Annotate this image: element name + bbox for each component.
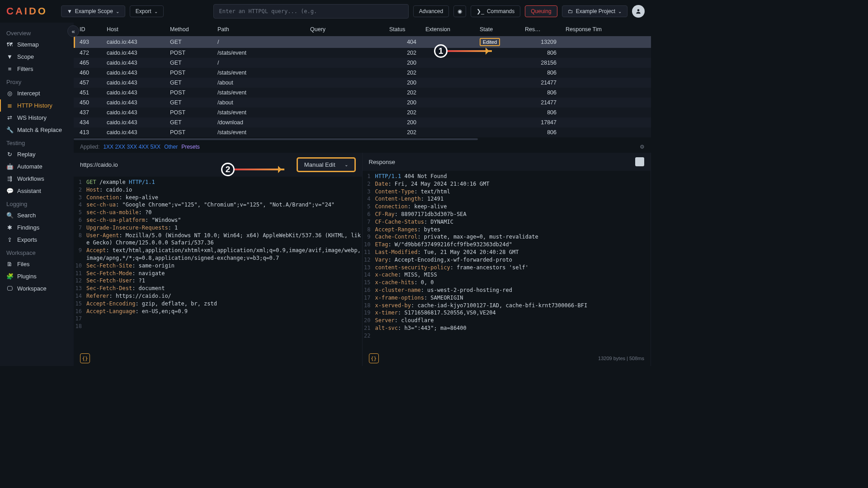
cell (306, 117, 385, 127)
commands-button[interactable]: ❯_ Commands (471, 5, 520, 17)
table-row[interactable]: 460caido.io:443POST/stats/event202806 (74, 68, 651, 78)
sidebar-item-intercept[interactable]: ◎Intercept (0, 87, 74, 99)
json-toggle[interactable]: {} (80, 353, 90, 363)
column-header[interactable]: State (475, 23, 520, 36)
sidebar-item-exports[interactable]: ⇪Exports (0, 234, 74, 246)
cell (306, 58, 385, 68)
filter-presets[interactable]: Presets (181, 144, 200, 150)
table-row[interactable]: 457caido.io:443GET/about20021477 (74, 78, 651, 88)
cell (306, 68, 385, 78)
sidebar-item-search[interactable]: 🔍Search (0, 209, 74, 221)
browser-button[interactable]: ◉ (453, 5, 466, 17)
line-text: Date: Fri, 24 May 2024 21:40:16 GMT (375, 180, 490, 188)
horizontal-scrollbar[interactable] (74, 137, 651, 141)
line-text: HTTP/1.1 404 Not Found (375, 173, 447, 180)
sidebar-item-http-history[interactable]: ≣HTTP History (0, 99, 74, 112)
sidebar-item-scope[interactable]: ▼Scope (0, 51, 74, 63)
queuing-button[interactable]: Queuing (525, 5, 557, 17)
code-line: 16Accept-Language: en-US,en;q=0.9 (74, 308, 362, 315)
sidebar-item-label: Filters (17, 66, 33, 72)
sidebar-item-workspace[interactable]: 🖵Workspace (0, 282, 74, 295)
filter-code-5XX[interactable]: 5XX (150, 144, 160, 150)
filter-code-3XX[interactable]: 3XX (127, 144, 138, 150)
column-header[interactable]: Res… (520, 23, 561, 36)
table-row[interactable]: 451caido.io:443POST/stats/event202806 (74, 88, 651, 98)
cell (561, 108, 651, 117)
code-line: 18x-served-by: cache-iad-kjyo7100127-IAD… (363, 302, 651, 310)
table-row[interactable]: 450caido.io:443GET/about20021477 (74, 98, 651, 108)
sidebar-item-label: Findings (17, 224, 39, 231)
project-dropdown[interactable]: 🗀 Example Project ⌄ (562, 5, 627, 17)
code-line: 4sec-ch-ua: "Google Chrome";v="125", "Ch… (74, 201, 362, 209)
cell (421, 78, 475, 88)
sidebar-item-match--replace[interactable]: 🔧Match & Replace (0, 124, 74, 136)
sidebar-item-automate[interactable]: 🤖Automate (0, 160, 74, 173)
filter-other[interactable]: Other (164, 144, 178, 150)
sidebar-item-workflows[interactable]: ⇶Workflows (0, 173, 74, 185)
sidebar-item-label: Search (17, 212, 36, 219)
column-header[interactable]: Query (306, 23, 385, 36)
cell (306, 36, 385, 48)
column-header[interactable]: ID (75, 23, 102, 36)
code-line: 18 (74, 323, 362, 330)
request-header: https://caido.io Manual Edit ⌄ (74, 153, 362, 177)
sidebar-item-ws-history[interactable]: ⇄WS History (0, 112, 74, 124)
table-row[interactable]: 437caido.io:443POST/stats/event202806 (74, 108, 651, 117)
table-row[interactable]: 493caido.io:443GET/404Edited13209 (74, 36, 651, 48)
filter-code-1XX[interactable]: 1XX (103, 144, 115, 150)
image-icon[interactable] (635, 157, 644, 166)
sidebar-item-sitemap[interactable]: 🗺Sitemap (0, 38, 74, 51)
collapse-sidebar-button[interactable]: « (67, 25, 79, 37)
bug-icon: ✱ (6, 224, 13, 231)
column-header[interactable]: Method (165, 23, 213, 36)
cell: 806 (520, 68, 561, 78)
filter-code-4XX[interactable]: 4XX (138, 144, 150, 150)
cell (561, 36, 651, 48)
column-header[interactable]: Path (213, 23, 306, 36)
gear-icon[interactable]: ⚙ (640, 144, 645, 150)
cell (561, 98, 651, 108)
bars-icon: ≡ (6, 66, 13, 72)
column-header[interactable]: Status (385, 23, 421, 36)
column-header[interactable]: Response Tim (561, 23, 651, 36)
filter-code-2XX[interactable]: 2XX (115, 144, 127, 150)
sidebar-item-plugins[interactable]: 🧩Plugins (0, 270, 74, 282)
line-number: 14 (74, 292, 86, 300)
line-number: 18 (74, 323, 86, 330)
cell: 202 (385, 68, 421, 78)
code-line: 1HTTP/1.1 404 Not Found (363, 173, 651, 180)
httpql-input[interactable]: Enter an HTTPQL query... (e.g. (213, 4, 409, 19)
table-row[interactable]: 472caido.io:443POST/stats/event202806 (74, 48, 651, 58)
sidebar-item-replay[interactable]: ↻Replay (0, 148, 74, 160)
target-icon: ◎ (6, 90, 13, 97)
sidebar-item-assistant[interactable]: 💬Assistant (0, 185, 74, 197)
avatar[interactable] (632, 5, 645, 18)
cell: POST (165, 88, 213, 98)
wrench-icon: 🔧 (6, 127, 13, 133)
export-dropdown[interactable]: Export ⌄ (130, 5, 164, 17)
table-row[interactable]: 465caido.io:443GET/20028156 (74, 58, 651, 68)
user-icon (635, 8, 642, 14)
cell: POST (165, 108, 213, 117)
sidebar-item-findings[interactable]: ✱Findings (0, 221, 74, 234)
line-number: 12 (363, 256, 375, 264)
sidebar-item-filters[interactable]: ≡Filters (0, 63, 74, 75)
code-line: 3Content-Type: text/html (363, 188, 651, 196)
scope-dropdown[interactable]: ▼ Example Scope ⌄ (61, 5, 125, 17)
column-header[interactable]: Extension (421, 23, 475, 36)
json-toggle[interactable]: {} (369, 353, 379, 363)
advanced-button[interactable]: Advanced (413, 5, 449, 17)
cell: /stats/event (213, 68, 306, 78)
response-code[interactable]: 1HTTP/1.1 404 Not Found2Date: Fri, 24 Ma… (363, 171, 651, 351)
table-row[interactable]: 434caido.io:443GET/download20017847 (74, 117, 651, 127)
manual-edit-dropdown[interactable]: Manual Edit ⌄ (297, 157, 356, 172)
line-number: 20 (363, 317, 375, 324)
request-code[interactable]: 1GET /example HTTP/1.12Host: caido.io3Co… (74, 177, 362, 351)
top-bar: CAIDO ▼ Example Scope ⌄ Export ⌄ Enter a… (0, 0, 651, 23)
column-header[interactable]: Host (102, 23, 165, 36)
cell: 21477 (520, 98, 561, 108)
sidebar-item-files[interactable]: 🗎Files (0, 258, 74, 270)
line-number: 2 (363, 180, 375, 188)
line-text: Accept-Language: en-US,en;q=0.9 (86, 308, 188, 315)
table-row[interactable]: 413caido.io:443POST/stats/event202806 (74, 127, 651, 137)
